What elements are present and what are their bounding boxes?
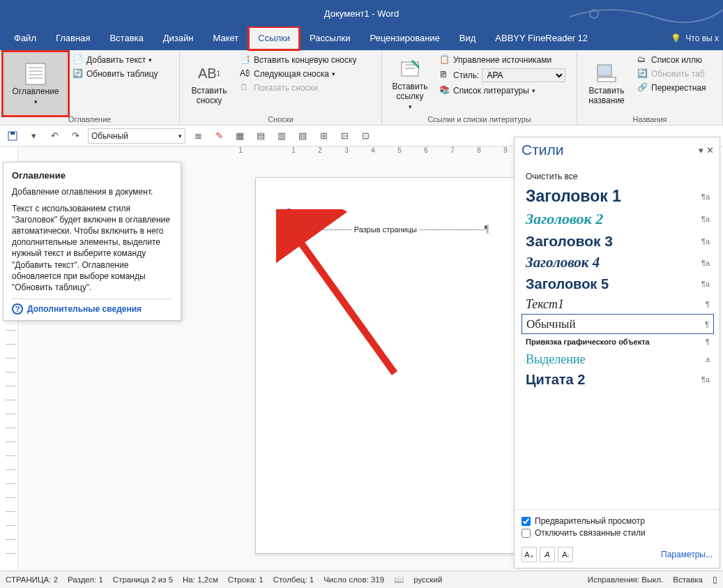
preview-checkbox[interactable]: Предварительный просмотр	[522, 516, 713, 526]
tooltip-more-link[interactable]: ? Дополнительные сведения	[12, 299, 172, 315]
figures-list-button[interactable]: 🗂Список иллю	[636, 53, 708, 67]
tab-рецензирование[interactable]: Рецензирование	[360, 27, 449, 50]
title-bar: Документ1 - Word	[0, 0, 723, 27]
tb-icon-3[interactable]: ▦	[231, 128, 248, 144]
update-table-button[interactable]: 🔄 Обновить таблицу	[71, 67, 160, 81]
bulb-icon: 💡	[671, 33, 681, 43]
tab-макет[interactable]: Макет	[203, 27, 248, 50]
captions-group-label: Названия	[581, 114, 718, 123]
status-pageof[interactable]: Страница 2 из 5	[113, 575, 173, 584]
pane-close-icon[interactable]: ✕	[706, 145, 714, 156]
style-item[interactable]: Обычный¶	[522, 314, 714, 334]
tooltip-p2: Текст с использованием стиля "Заголовок"…	[12, 203, 172, 294]
help-icon: ?	[12, 303, 23, 315]
cross-reference-button[interactable]: 🔗Перекрестная	[636, 81, 708, 95]
caption-icon	[594, 61, 619, 85]
window-title: Документ1 - Word	[324, 8, 399, 19]
svg-rect-7	[598, 65, 611, 76]
style-item[interactable]: Выделениеa	[522, 349, 714, 369]
status-insert[interactable]: Вставка	[673, 575, 703, 584]
refresh-icon: 🔄	[73, 68, 84, 80]
tab-вид[interactable]: Вид	[450, 27, 486, 50]
pane-options-icon[interactable]: ▾	[699, 145, 703, 156]
tab-главная[interactable]: Главная	[46, 27, 100, 50]
tb-icon-9[interactable]: ⊡	[357, 128, 374, 144]
toc-button-label: Оглавление	[13, 87, 59, 97]
tab-файл[interactable]: Файл	[4, 27, 46, 50]
add-text-icon: 📄	[73, 54, 84, 66]
update-figure-table-button: 🔄Обновить таб	[636, 67, 708, 81]
tb-icon-1[interactable]: ≣	[190, 128, 206, 144]
tab-abbyy finereader 12[interactable]: ABBYY FineReader 12	[485, 27, 598, 50]
style-icon: 🖹	[439, 70, 450, 81]
next-footnote-button[interactable]: A₿Следующая сноска ▾	[238, 67, 358, 81]
style-item[interactable]: Текст1¶	[522, 294, 714, 314]
tb-icon-6[interactable]: ▧	[294, 128, 311, 144]
styles-options-link[interactable]: Параметры...	[661, 550, 713, 559]
new-style-icon[interactable]: A₊	[522, 547, 537, 562]
pilcrow-icon: ¶	[485, 224, 489, 235]
print-icon[interactable]: ▾	[25, 128, 42, 144]
style-item[interactable]: Заголовок 3¶a	[522, 230, 714, 252]
style-inspector-icon[interactable]: A	[540, 547, 555, 562]
citation-icon	[397, 57, 423, 81]
macro-icon[interactable]: ▯	[713, 575, 717, 585]
add-text-button[interactable]: 📄 Добавить текст ▾	[71, 53, 160, 67]
citation-style-row[interactable]: 🖹 Стиль: APA	[438, 67, 567, 84]
insert-endnote-button[interactable]: 📑Вставить концевую сноску	[238, 53, 358, 67]
insert-caption-button[interactable]: Вставить название	[581, 53, 632, 114]
tell-me[interactable]: 💡Что вы х	[671, 33, 719, 43]
clear-all-style[interactable]: Очистить все	[522, 168, 714, 185]
crossref-icon: 🔗	[637, 82, 648, 93]
manage-styles-icon[interactable]: Aᵢ	[558, 547, 573, 562]
undo-icon[interactable]: ↶	[46, 128, 63, 144]
tb-icon-4[interactable]: ▤	[252, 128, 269, 144]
status-track[interactable]: Исправления: Выкл.	[588, 575, 663, 584]
tab-вставка[interactable]: Вставка	[100, 27, 153, 50]
tb-icon-7[interactable]: ⊞	[315, 128, 332, 144]
tooltip-p1: Добавление оглавления в документ.	[12, 186, 172, 197]
status-line[interactable]: Строка: 1	[228, 575, 264, 584]
citation-style-select[interactable]: APA	[482, 68, 565, 82]
tb-icon-8[interactable]: ⊟	[336, 128, 353, 144]
status-page[interactable]: СТРАНИЦА: 2	[6, 575, 58, 584]
style-item[interactable]: Цитата 2¶a	[522, 369, 714, 390]
manage-sources-button[interactable]: 📋Управление источниками	[438, 53, 567, 67]
style-item[interactable]: Привязка графического объекта¶	[522, 334, 714, 349]
style-item[interactable]: Заголовок 4¶a	[522, 252, 714, 273]
tb-icon-5[interactable]: ▥	[273, 128, 290, 144]
page-break-indicator: Разрыв страницы ¶	[287, 224, 489, 235]
style-item[interactable]: Заголовок 5¶a	[522, 273, 714, 294]
status-lang[interactable]: русский	[413, 575, 442, 584]
page[interactable]: ¶ Разрыв страницы ¶	[255, 177, 520, 554]
next-footnote-icon: A₿	[240, 68, 251, 80]
bibliography-button[interactable]: 📚Список литературы ▾	[438, 84, 567, 98]
pilcrow-icon: ¶	[287, 207, 291, 218]
style-item[interactable]: Заголовок 1¶a	[522, 185, 714, 208]
style-combo[interactable]: Обычный▾	[88, 128, 185, 144]
bibliography-icon: 📚	[439, 85, 450, 96]
redo-icon[interactable]: ↷	[67, 128, 84, 144]
insert-footnote-button[interactable]: AB1 Вставить сноску	[184, 53, 234, 114]
tooltip-title: Оглавление	[12, 169, 172, 182]
tab-дизайн[interactable]: Дизайн	[153, 27, 204, 50]
status-words[interactable]: Число слов: 319	[324, 575, 384, 584]
disable-linked-checkbox[interactable]: Отключить связанные стили	[522, 528, 713, 538]
footnote-icon: AB1	[197, 61, 222, 85]
ribbon-tabs: ФайлГлавнаяВставкаДизайнМакетСсылкиРассы…	[0, 27, 723, 50]
save-icon[interactable]	[4, 128, 21, 144]
style-item[interactable]: Заголовок 2¶a	[522, 208, 714, 230]
toc-button[interactable]: Оглавление ▾	[4, 53, 67, 114]
insert-citation-button[interactable]: Вставить ссылку▾	[386, 53, 434, 114]
proofing-icon[interactable]: 📖	[394, 575, 404, 585]
status-at[interactable]: На: 1,2см	[183, 575, 218, 584]
tab-рассылки[interactable]: Рассылки	[300, 27, 360, 50]
tb-icon-2[interactable]: ✎	[211, 128, 227, 144]
status-col[interactable]: Столбец: 1	[273, 575, 314, 584]
footnotes-group-label: Сноски	[184, 114, 377, 123]
figlist-icon: 🗂	[637, 54, 648, 66]
status-section[interactable]: Раздел: 1	[68, 575, 103, 584]
svg-rect-8	[598, 77, 616, 82]
status-bar: СТРАНИЦА: 2 Раздел: 1 Страница 2 из 5 На…	[0, 571, 723, 588]
tab-ссылки[interactable]: Ссылки	[248, 27, 300, 50]
